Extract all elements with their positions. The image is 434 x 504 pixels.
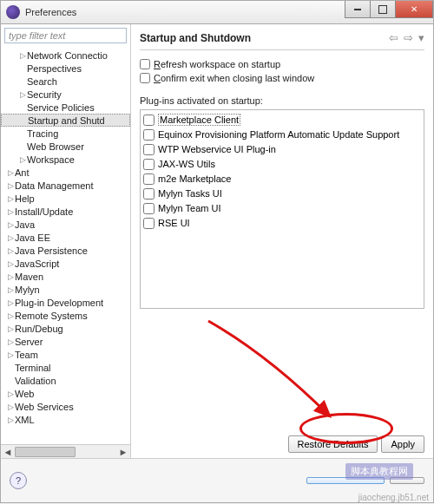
tree-item[interactable]: Web Browser [1,140,130,153]
sidebar-hscroll[interactable]: ◄ ► [1,444,130,458]
tree-item-label: Web Services [15,402,74,412]
expand-icon[interactable]: ▷ [6,416,15,424]
nav-forward-icon[interactable]: ⇨ [404,31,413,44]
tree-item[interactable]: ▷JavaScript [1,257,130,270]
tree-item[interactable]: Service Policies [1,101,130,114]
expand-icon[interactable]: ▷ [6,168,15,177]
tree-item[interactable]: Perspectives [1,62,130,75]
plugin-label: Equinox Provisioning Platform Automatic … [158,129,399,140]
button-row: Restore Defaults Apply [140,429,424,453]
plugin-item[interactable]: Mylyn Team UI [143,201,421,215]
tree-item[interactable]: ▷Team [1,348,130,361]
tree-item-label: Help [15,193,35,204]
minimize-button[interactable] [345,1,371,18]
tree-item[interactable]: ▷Data Management [1,179,130,192]
tree-item[interactable]: ▷Run/Debug [1,322,130,335]
plugin-item[interactable]: Equinox Provisioning Platform Automatic … [143,128,421,141]
tree-item[interactable]: Validation [1,374,130,387]
plugin-checkbox[interactable] [143,115,155,126]
nav-menu-icon[interactable]: ▾ [418,31,424,44]
tree-item-label: Security [27,89,62,100]
maximize-button[interactable] [370,1,396,18]
plugin-label: JAX-WS Utils [158,159,215,169]
plugin-item[interactable]: Marketplace Client [143,113,421,127]
expand-icon[interactable]: ▷ [6,233,15,242]
tree-item[interactable]: Tracing [1,127,130,140]
tree-item[interactable]: ▷Help [1,192,130,205]
plugin-item[interactable]: JAX-WS Utils [143,157,421,171]
plugin-checkbox[interactable] [143,188,155,200]
plugin-checkbox[interactable] [143,159,155,170]
tree-item[interactable]: ▷Remote Systems [1,309,130,322]
tree-item-label: Server [15,337,43,347]
tree-item[interactable]: ▷Network Connectio [1,49,130,62]
tree-item[interactable]: ▷Security [1,88,130,101]
tree-item[interactable]: ▷Workspace [1,153,130,166]
tree-item[interactable]: ▷Web Services [1,400,130,413]
expand-icon[interactable]: ▷ [6,324,15,333]
plugin-label: Marketplace Client [158,114,240,126]
tree-item[interactable]: ▷Ant [1,166,130,179]
expand-icon[interactable]: ▷ [6,259,15,268]
expand-icon[interactable]: ▷ [6,207,15,216]
plugin-item[interactable]: WTP Webservice UI Plug-in [143,142,421,156]
tree-item[interactable]: ▷Web [1,387,130,400]
tree-item-label: Perspectives [27,63,82,74]
tree-item-label: Service Policies [27,102,95,113]
scroll-thumb[interactable] [15,447,76,457]
page-title: Startup and Shutdown [140,32,389,44]
confirm-label: Confirm exit when closing last window [154,73,314,83]
preferences-tree[interactable]: ▷Network ConnectioPerspectivesSearch▷Sec… [1,47,130,444]
plugin-checkbox[interactable] [143,173,155,185]
tree-item[interactable]: ▷Java EE [1,231,130,244]
expand-icon[interactable]: ▷ [18,90,27,99]
help-icon[interactable]: ? [10,472,27,489]
confirm-checkbox[interactable] [140,73,150,83]
expand-icon[interactable]: ▷ [6,350,15,359]
restore-defaults-button[interactable]: Restore Defaults [288,435,378,453]
tree-item[interactable]: ▷Install/Update [1,205,130,218]
tree-item[interactable]: Startup and Shutd [1,114,130,127]
close-button[interactable] [395,1,433,18]
plugin-checkbox[interactable] [143,203,155,214]
tree-item-label: Startup and Shutd [28,115,105,126]
scroll-left-icon[interactable]: ◄ [1,446,15,458]
tree-item[interactable]: ▷Java Persistence [1,244,130,257]
expand-icon[interactable]: ▷ [6,337,15,346]
expand-icon[interactable]: ▷ [6,272,15,281]
tree-item[interactable]: ▷Maven [1,270,130,283]
refresh-checkbox[interactable] [140,59,150,69]
expand-icon[interactable]: ▷ [6,220,15,229]
watermark-box: 脚本典教程网 [345,463,413,480]
app-icon [6,5,20,19]
plugin-checkbox[interactable] [143,129,155,141]
expand-icon[interactable]: ▷ [6,181,15,190]
filter-input[interactable]: type filter text [4,28,127,43]
tree-item[interactable]: Terminal [1,361,130,374]
expand-icon[interactable]: ▷ [6,246,15,255]
expand-icon[interactable]: ▷ [18,155,27,164]
tree-item[interactable]: ▷Server [1,335,130,348]
plugin-item[interactable]: Mylyn Tasks UI [143,187,421,200]
expand-icon[interactable]: ▷ [6,194,15,203]
expand-icon[interactable]: ▷ [18,51,27,60]
plugin-checkbox[interactable] [143,144,155,155]
scroll-track[interactable] [15,446,116,458]
tree-item[interactable]: ▷Mylyn [1,283,130,296]
expand-icon[interactable]: ▷ [6,403,15,411]
plugin-checkbox[interactable] [143,218,155,229]
plugin-item[interactable]: m2e Marketplace [143,172,421,186]
plugins-list[interactable]: Marketplace ClientEquinox Provisioning P… [140,109,424,309]
expand-icon[interactable]: ▷ [6,285,15,294]
apply-button[interactable]: Apply [381,435,424,453]
expand-icon[interactable]: ▷ [6,389,15,398]
tree-item[interactable]: ▷Plug-in Development [1,296,130,309]
scroll-right-icon[interactable]: ► [116,446,130,458]
expand-icon[interactable]: ▷ [6,311,15,320]
nav-back-icon[interactable]: ⇦ [389,31,398,44]
tree-item[interactable]: ▷XML [1,413,130,426]
tree-item[interactable]: ▷Java [1,218,130,231]
tree-item[interactable]: Search [1,75,130,88]
plugin-item[interactable]: RSE UI [143,216,421,230]
expand-icon[interactable]: ▷ [6,298,15,307]
